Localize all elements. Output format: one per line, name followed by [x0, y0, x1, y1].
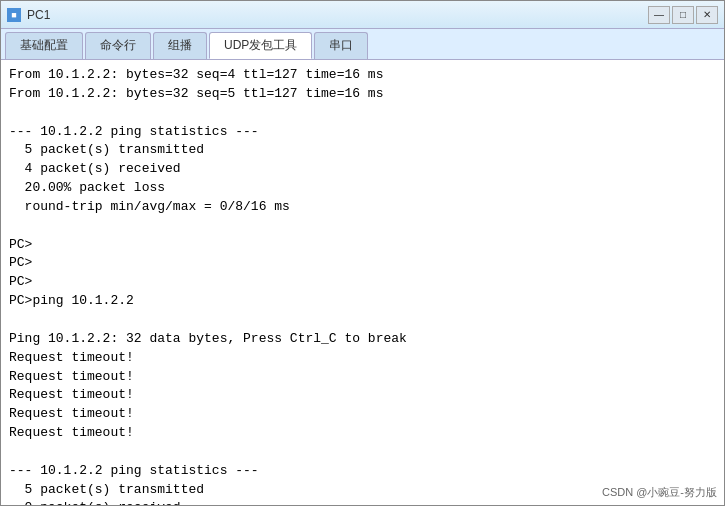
- title-left: ■ PC1: [7, 8, 50, 22]
- window-icon: ■: [7, 8, 21, 22]
- tab-command-line[interactable]: 命令行: [85, 32, 151, 59]
- close-button[interactable]: ✕: [696, 6, 718, 24]
- minimize-button[interactable]: —: [648, 6, 670, 24]
- tab-basic-config[interactable]: 基础配置: [5, 32, 83, 59]
- window-title: PC1: [27, 8, 50, 22]
- main-window: ■ PC1 — □ ✕ 基础配置 命令行 组播 UDP发包工具 串口 From …: [0, 0, 725, 506]
- terminal-area[interactable]: From 10.1.2.2: bytes=32 seq=4 ttl=127 ti…: [1, 60, 724, 505]
- terminal-content: From 10.1.2.2: bytes=32 seq=4 ttl=127 ti…: [9, 66, 716, 505]
- tab-bar: 基础配置 命令行 组播 UDP发包工具 串口: [1, 29, 724, 60]
- tab-multicast[interactable]: 组播: [153, 32, 207, 59]
- watermark: CSDN @小豌豆-努力版: [602, 485, 717, 500]
- maximize-button[interactable]: □: [672, 6, 694, 24]
- tab-udp-tool[interactable]: UDP发包工具: [209, 32, 312, 59]
- tab-serial[interactable]: 串口: [314, 32, 368, 59]
- title-controls: — □ ✕: [648, 6, 718, 24]
- title-bar: ■ PC1 — □ ✕: [1, 1, 724, 29]
